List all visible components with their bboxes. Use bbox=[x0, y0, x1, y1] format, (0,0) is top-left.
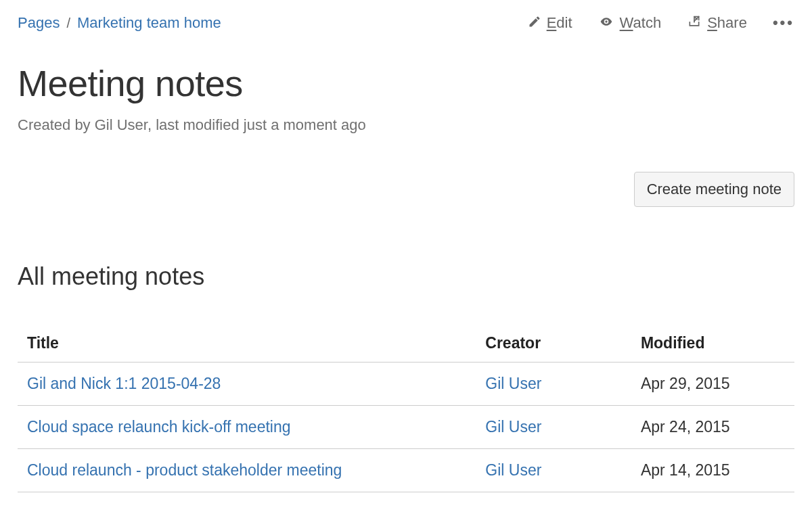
breadcrumb: Pages / Marketing team home bbox=[18, 16, 221, 30]
page-actions: Edit Watch Share ••• bbox=[528, 15, 794, 31]
note-title-link[interactable]: Cloud relaunch - product stakeholder mee… bbox=[27, 461, 342, 479]
edit-label: Edit bbox=[547, 16, 572, 30]
modified-cell: Apr 14, 2015 bbox=[631, 449, 794, 492]
pencil-icon bbox=[528, 15, 541, 31]
col-header-title: Title bbox=[18, 327, 476, 363]
create-meeting-note-button[interactable]: Create meeting note bbox=[634, 172, 794, 207]
modified-cell: Apr 29, 2015 bbox=[631, 363, 794, 406]
page-byline: Created by Gil User, last modified just … bbox=[18, 116, 794, 134]
note-title-link[interactable]: Cloud space relaunch kick-off meeting bbox=[27, 418, 291, 436]
table-row: Gil and Nick 1:1 2015-04-28 Gil User Apr… bbox=[18, 363, 794, 406]
creator-link[interactable]: Gil User bbox=[485, 375, 541, 392]
share-label: Share bbox=[707, 16, 747, 30]
col-header-creator: Creator bbox=[476, 327, 631, 363]
creator-link[interactable]: Gil User bbox=[485, 418, 541, 436]
eye-icon bbox=[598, 15, 614, 31]
more-actions-button[interactable]: ••• bbox=[773, 16, 794, 30]
creator-link[interactable]: Gil User bbox=[485, 461, 541, 479]
table-row: Cloud space relaunch kick-off meeting Gi… bbox=[18, 406, 794, 449]
section-title: All meeting notes bbox=[18, 262, 794, 291]
watch-label: Watch bbox=[620, 16, 662, 30]
share-button[interactable]: Share bbox=[687, 15, 747, 31]
breadcrumb-separator: / bbox=[66, 16, 70, 30]
breadcrumb-root[interactable]: Pages bbox=[18, 16, 60, 30]
modified-cell: Apr 24, 2015 bbox=[631, 406, 794, 449]
note-title-link[interactable]: Gil and Nick 1:1 2015-04-28 bbox=[27, 375, 221, 392]
watch-button[interactable]: Watch bbox=[598, 15, 662, 31]
table-row: Cloud relaunch - product stakeholder mee… bbox=[18, 449, 794, 492]
breadcrumb-parent[interactable]: Marketing team home bbox=[77, 16, 221, 30]
meeting-notes-table: Title Creator Modified Gil and Nick 1:1 … bbox=[18, 327, 794, 492]
col-header-modified: Modified bbox=[631, 327, 794, 363]
share-icon bbox=[687, 15, 702, 31]
page-title: Meeting notes bbox=[18, 62, 794, 104]
edit-button[interactable]: Edit bbox=[528, 15, 572, 31]
